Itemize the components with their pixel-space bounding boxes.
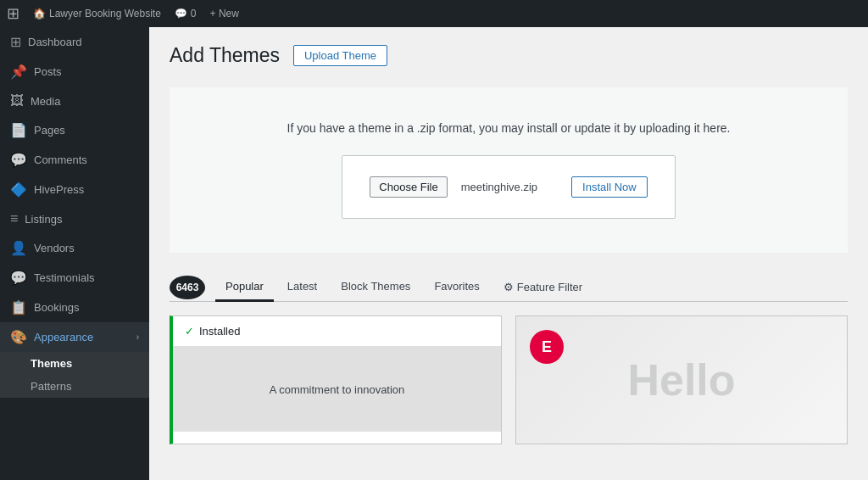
- vendors-icon: 👤: [10, 240, 27, 256]
- listings-icon: ≡: [10, 211, 18, 226]
- install-now-button[interactable]: Install Now: [571, 176, 648, 198]
- sidebar-item-testimonials[interactable]: 💬 Testimonials: [0, 263, 149, 293]
- theme-card-installed: ✓ Installed A commitment to innovation: [170, 315, 502, 444]
- media-icon: 🖼: [10, 93, 24, 109]
- tab-favorites[interactable]: Favorites: [424, 273, 489, 302]
- layout: ⊞ Dashboard 📌 Posts 🖼 Media 📄 Pages 💬 Co…: [0, 27, 868, 480]
- main-content: Add Themes Upload Theme If you have a th…: [149, 27, 868, 480]
- theme-count-badge: 6463: [170, 276, 205, 299]
- sidebar-item-hivepress[interactable]: 🔷 HivePress: [0, 175, 149, 204]
- gear-icon: ⚙: [504, 281, 514, 293]
- choose-file-button[interactable]: Choose File: [370, 176, 447, 198]
- appearance-icon: 🎨: [10, 329, 27, 345]
- theme-preview-left: A commitment to innovation: [173, 347, 501, 432]
- site-name-link[interactable]: 🏠 Lawyer Booking Website: [33, 8, 161, 20]
- expand-arrow: ›: [136, 332, 139, 342]
- sidebar-item-posts[interactable]: 📌 Posts: [0, 57, 149, 87]
- sidebar-item-vendors[interactable]: 👤 Vendors: [0, 233, 149, 263]
- theme-preview-right: E Hello: [516, 316, 847, 444]
- theme-card-right: E Hello: [515, 315, 848, 444]
- comments-icon: 💬: [175, 8, 187, 20]
- sidebar-item-dashboard[interactable]: ⊞ Dashboard: [0, 27, 149, 57]
- tab-block-themes[interactable]: Block Themes: [331, 273, 420, 302]
- pages-icon: 📄: [10, 122, 27, 138]
- new-link[interactable]: + New: [210, 8, 239, 20]
- sidebar: ⊞ Dashboard 📌 Posts 🖼 Media 📄 Pages 💬 Co…: [0, 27, 149, 480]
- tab-popular[interactable]: Popular: [215, 273, 274, 302]
- sidebar-item-media[interactable]: 🖼 Media: [0, 87, 149, 115]
- bookings-icon: 📋: [10, 299, 27, 315]
- hello-text: Hello: [627, 354, 735, 405]
- sidebar-item-appearance[interactable]: 🎨 Appearance ›: [0, 322, 149, 352]
- file-name-label: meetinghive.zip: [461, 181, 537, 193]
- testimonials-icon: 💬: [10, 270, 27, 286]
- elementor-badge: E: [530, 330, 564, 364]
- theme-commitment-text: A commitment to innovation: [258, 375, 417, 405]
- sidebar-item-listings[interactable]: ≡ Listings: [0, 204, 149, 233]
- tab-latest[interactable]: Latest: [277, 273, 327, 302]
- sidebar-item-bookings[interactable]: 📋 Bookings: [0, 293, 149, 322]
- upload-area: If you have a theme in a .zip format, yo…: [170, 87, 848, 253]
- comments-icon: 💬: [10, 152, 27, 168]
- home-icon: 🏠: [33, 8, 46, 20]
- installed-badge: ✓ Installed: [173, 316, 501, 347]
- sidebar-item-comments[interactable]: 💬 Comments: [0, 145, 149, 175]
- theme-grid: ✓ Installed A commitment to innovation E…: [170, 315, 848, 444]
- check-icon: ✓: [185, 325, 194, 338]
- feature-filter-button[interactable]: ⚙ Feature Filter: [493, 274, 593, 300]
- comments-link[interactable]: 💬 0: [175, 8, 197, 20]
- dashboard-icon: ⊞: [10, 34, 21, 50]
- wp-logo[interactable]: ⊞: [7, 4, 19, 23]
- upload-description: If you have a theme in a .zip format, yo…: [186, 121, 831, 135]
- page-title: Add Themes: [170, 44, 280, 67]
- sidebar-item-pages[interactable]: 📄 Pages: [0, 115, 149, 145]
- sidebar-sub-patterns[interactable]: Patterns: [0, 375, 149, 398]
- page-header: Add Themes Upload Theme: [170, 44, 848, 67]
- sidebar-sub-themes[interactable]: Themes: [0, 352, 149, 375]
- tabs-bar: 6463 Popular Latest Block Themes Favorit…: [170, 273, 848, 302]
- posts-icon: 📌: [10, 64, 27, 80]
- topbar: ⊞ 🏠 Lawyer Booking Website 💬 0 + New: [0, 0, 868, 27]
- file-upload-box: Choose File meetinghive.zip Install Now: [342, 155, 675, 219]
- appearance-submenu: Themes Patterns: [0, 352, 149, 398]
- upload-theme-button[interactable]: Upload Theme: [293, 45, 387, 66]
- hivepress-icon: 🔷: [10, 181, 27, 198]
